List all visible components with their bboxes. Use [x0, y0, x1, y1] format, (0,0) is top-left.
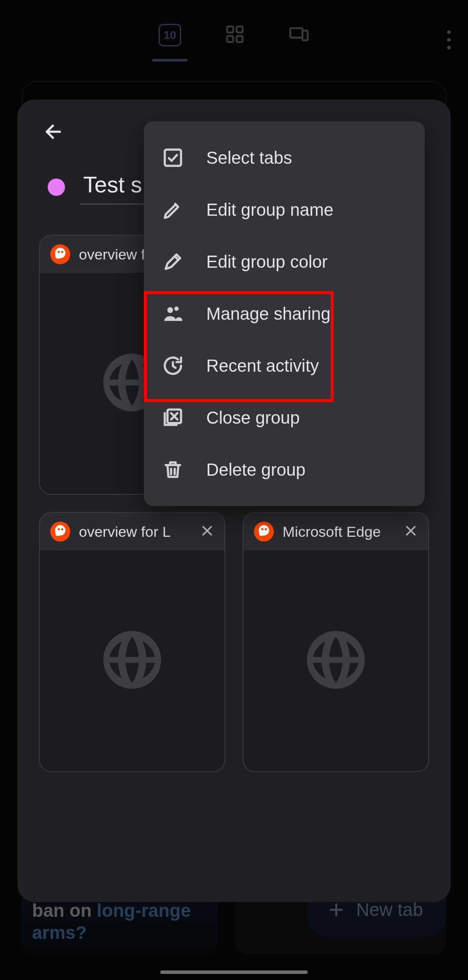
reddit-favicon-icon	[50, 244, 70, 264]
menu-label: Recent activity	[206, 356, 319, 376]
svg-point-7	[447, 38, 451, 42]
menu-edit-color[interactable]: Edit group color	[144, 236, 425, 288]
svg-point-8	[447, 46, 451, 49]
tab-card-title: Microsoft Edge	[283, 523, 395, 540]
menu-label: Manage sharing	[206, 304, 331, 324]
group-context-menu: Select tabs Edit group name Edit group c…	[144, 121, 425, 506]
menu-select-tabs[interactable]: Select tabs	[144, 132, 425, 184]
menu-label: Edit group name	[206, 200, 334, 220]
close-tab-button[interactable]	[200, 524, 214, 539]
reddit-favicon-icon	[254, 522, 274, 542]
svg-rect-5	[302, 31, 308, 40]
tab-count: 10	[164, 29, 176, 42]
switcher-topbar: 10	[0, 0, 468, 64]
menu-recent-activity[interactable]: Recent activity	[144, 340, 425, 392]
reddit-favicon-icon	[50, 522, 70, 542]
tab-card-title: overview for L	[79, 523, 192, 540]
menu-label: Edit group color	[206, 252, 328, 272]
menu-delete-group[interactable]: Delete group	[144, 444, 425, 496]
menu-close-group[interactable]: Close group	[144, 392, 425, 444]
menu-label: Close group	[206, 408, 300, 428]
close-tab-button[interactable]	[404, 524, 418, 539]
globe-placeholder-icon	[98, 625, 167, 696]
svg-point-12	[174, 307, 179, 311]
group-color-dot[interactable]	[48, 178, 65, 196]
svg-rect-0	[227, 26, 233, 32]
tab-card[interactable]: Microsoft Edge	[243, 512, 429, 772]
tab-card[interactable]: overview for L	[39, 512, 225, 772]
tab-count-button[interactable]: 10	[159, 24, 181, 46]
menu-label: Select tabs	[206, 148, 292, 168]
app-root: 10 Inactive tabs (5) Ukraine: W	[0, 0, 468, 980]
svg-point-11	[167, 307, 173, 313]
synced-devices-icon[interactable]	[289, 24, 309, 46]
menu-label: Delete group	[206, 460, 306, 480]
svg-rect-3	[237, 36, 243, 42]
tab-groups-icon[interactable]	[224, 24, 245, 46]
svg-rect-2	[227, 36, 233, 42]
globe-placeholder-icon	[301, 625, 370, 696]
home-indicator[interactable]	[160, 970, 308, 974]
new-tab-label: New tab	[356, 899, 423, 920]
overflow-menu-button[interactable]	[447, 30, 451, 51]
menu-manage-sharing[interactable]: Manage sharing	[144, 288, 425, 340]
svg-rect-10	[165, 149, 181, 166]
menu-edit-name[interactable]: Edit group name	[144, 184, 425, 236]
svg-rect-4	[290, 28, 302, 38]
back-arrow-button[interactable]	[43, 121, 64, 144]
svg-rect-1	[237, 26, 243, 32]
svg-point-6	[447, 30, 451, 34]
